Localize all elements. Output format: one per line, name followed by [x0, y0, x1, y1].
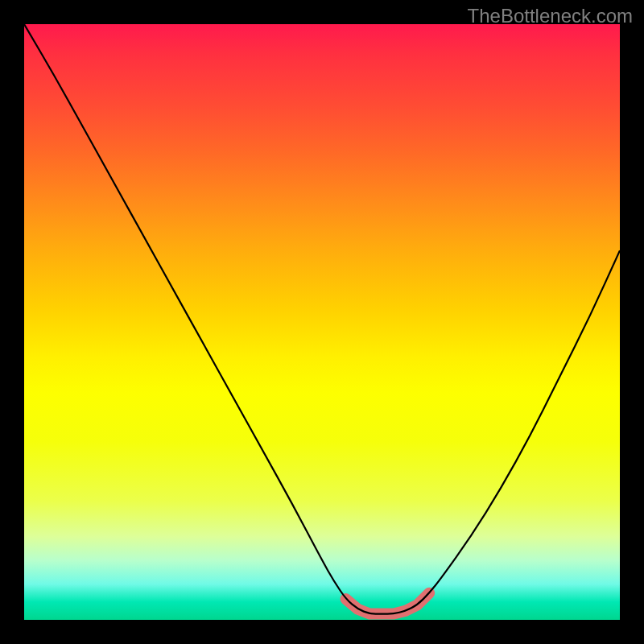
- curve-layer: [24, 24, 620, 620]
- watermark-text: TheBottleneck.com: [468, 5, 633, 27]
- basin-highlight: [346, 593, 430, 614]
- bottleneck-curve: [24, 24, 620, 614]
- plot-area: [24, 24, 620, 620]
- chart-container: TheBottleneck.com: [0, 0, 644, 644]
